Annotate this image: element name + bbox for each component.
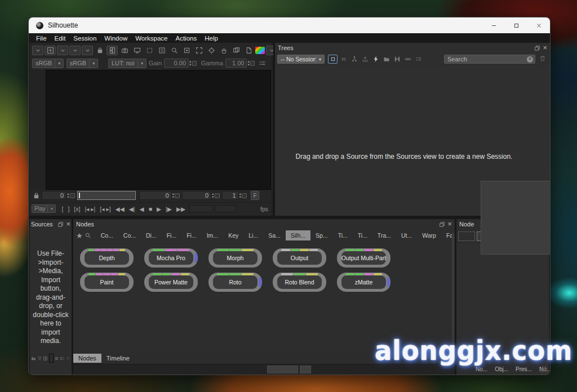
frame-field[interactable]: 0 [42,191,66,200]
transport-button[interactable]: ■ [147,206,154,212]
canvas-icon[interactable] [230,46,242,55]
add-icon[interactable] [45,46,56,55]
start-keyframe-toggle[interactable] [175,193,180,198]
transport-button[interactable]: [ [59,206,65,212]
menu-item[interactable]: Actions [172,35,201,42]
transport-button[interactable]: ▶▶ [174,206,188,212]
menu-item[interactable]: Help [201,35,222,42]
node-category-tab[interactable]: Silh... [286,230,310,240]
node-category-tab[interactable]: Fi... [162,230,182,240]
filter-icon[interactable] [37,354,43,362]
node-category-tab[interactable]: Di... [141,230,162,240]
transport-button[interactable]: ▶ [154,206,163,212]
node-category-tab[interactable]: Tra... [372,230,396,240]
menu-item[interactable]: Window [100,35,131,42]
node-bottom-tab[interactable]: No... [476,366,487,372]
node-id-field[interactable] [458,231,475,241]
split-view-icon[interactable] [106,46,118,55]
dropdown-icon[interactable] [69,46,81,55]
node-category-tab[interactable]: Key [223,230,243,240]
end-frame-field[interactable]: 0 [182,191,211,200]
play-mode-select[interactable]: Play [32,204,48,213]
node-tile[interactable]: Output [273,248,326,268]
transport-button[interactable]: [x] [72,206,82,212]
transport-button[interactable]: ] [65,206,72,212]
viewer-canvas[interactable] [46,70,271,190]
fps-field[interactable] [215,205,236,212]
menu-item[interactable]: Workspace [131,35,171,42]
node-tile[interactable]: Output Multi-Part [337,248,390,268]
divider-icon[interactable] [49,354,54,363]
tree-icon[interactable] [349,55,359,64]
end-keyframe-toggle[interactable] [215,193,220,198]
zoom-icon[interactable] [168,46,180,55]
search-icon[interactable] [85,232,91,239]
detail-view-icon[interactable] [60,354,65,362]
node-category-tab[interactable]: Sa... [263,230,286,240]
start-spinner[interactable]: ▴▾ [172,192,175,199]
gamma-keyframe-toggle[interactable] [250,61,255,66]
dots-icon[interactable] [66,354,72,362]
export-icon[interactable] [360,55,370,64]
snapshot-icon[interactable] [119,46,130,55]
gain-field[interactable]: 0.00 [164,59,189,68]
step-field[interactable]: 1 [222,191,239,200]
lock-icon[interactable] [94,46,105,55]
node-category-tab[interactable]: Co... [96,230,118,240]
lut-select[interactable]: LUT: noi ▾ [108,59,147,68]
link-icon[interactable] [403,55,412,64]
node-category-tab[interactable]: Ti... [353,230,372,240]
node-category-tab[interactable]: Co... [118,230,141,240]
node-tile[interactable]: zMatte [337,273,390,292]
grid-icon[interactable] [43,354,48,362]
node-tile[interactable]: Roto [208,273,262,292]
nodes-scrollbar[interactable] [452,233,454,351]
dropdown-icon[interactable] [32,46,43,55]
gamma-field[interactable]: 1.00 [225,59,247,68]
bottom-tab[interactable]: Nodes [73,354,101,363]
gain-keyframe-toggle[interactable] [192,61,197,66]
node-category-tab[interactable]: Warp [417,230,441,240]
float-panel-icon[interactable] [438,221,446,228]
transport-button[interactable]: ◀◀ [113,206,127,212]
region-icon[interactable] [181,46,192,55]
close-panel-icon[interactable]: × [66,221,70,227]
colorspace-select-b[interactable]: sRGB ▾ [66,59,98,68]
transport-button[interactable]: ◀ [137,206,147,212]
session-select[interactable]: -- No Session -- ▾ [277,55,325,64]
close-panel-icon[interactable]: × [447,221,452,227]
float-panel-icon[interactable] [56,221,64,228]
favorites-star-icon[interactable]: ★ [76,231,83,240]
frame-toggle-icon[interactable] [328,55,338,64]
colors-icon[interactable] [255,47,265,54]
close-panel-icon[interactable]: × [543,45,547,51]
layer-list-icon[interactable] [257,59,267,68]
target-icon[interactable] [206,46,217,55]
collapse-icon[interactable] [339,55,348,64]
close-button[interactable] [527,17,550,33]
frame-spinner[interactable]: ▴▾ [67,192,69,199]
frame-mode-button[interactable]: F [251,191,259,200]
save-icon[interactable] [392,55,402,64]
safe-area-icon[interactable]: S [156,46,167,55]
node-tile[interactable]: Mocha Pro [144,248,198,268]
bottom-tab[interactable]: Timeline [101,354,135,363]
trees-body[interactable]: Drag and drop a Source from the Sources … [275,66,550,216]
monitor-icon[interactable] [131,46,143,55]
node-bottom-tab[interactable]: Pres... [516,366,532,372]
page-icon[interactable] [243,46,254,55]
gain-spinner[interactable]: ▴▾ [189,60,192,66]
node-tile[interactable]: Paint [80,273,134,292]
end-spinner[interactable]: ▴▾ [212,192,214,199]
minimize-button[interactable] [482,17,505,33]
dropdown-icon[interactable] [57,46,68,55]
pan-icon[interactable] [218,46,229,55]
node-tile[interactable]: Depth [80,248,134,268]
search-input[interactable]: Search ✕ [444,55,535,64]
node-bottom-tab[interactable]: Obj... [495,366,508,372]
node-category-tab[interactable]: Sp... [310,230,333,240]
transport-button[interactable]: [◂ ▸] [97,206,113,212]
node-category-tab[interactable]: Li... [243,230,263,240]
import-icon[interactable] [31,354,37,362]
folder-icon[interactable] [381,55,391,64]
